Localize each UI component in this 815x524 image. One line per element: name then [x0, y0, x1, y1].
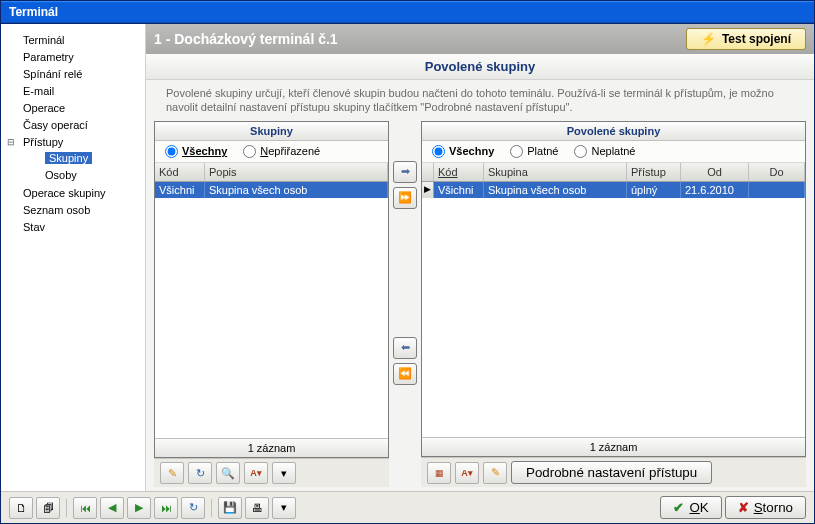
- move-right-button[interactable]: ➡: [393, 161, 417, 183]
- document-icon: 🗋: [16, 502, 27, 514]
- note-button-r[interactable]: ✎: [483, 462, 507, 484]
- note-icon-r: ✎: [491, 466, 500, 479]
- cell-code-r: Všichni: [434, 182, 484, 198]
- nav-operace[interactable]: Operace: [5, 100, 141, 117]
- col-code[interactable]: Kód: [155, 163, 205, 181]
- cancel-button[interactable]: ✘ Storno: [725, 496, 806, 519]
- allowed-groups-panel: Povolené skupiny Všechny Platné: [421, 121, 806, 457]
- radio-all-allowed[interactable]: Všechny: [432, 145, 494, 158]
- groups-panel: Skupiny Všechny Nepřiřazené: [154, 121, 389, 458]
- allowed-row[interactable]: ▶ Všichni Skupina všech osob úplný 21.6.…: [422, 182, 805, 198]
- refresh-icon: ↻: [196, 467, 205, 480]
- move-all-left-button[interactable]: ⏪: [393, 363, 417, 385]
- cell-group: Skupina všech osob: [484, 182, 627, 198]
- test-connection-label: Test spojení: [722, 32, 791, 46]
- x-icon: ✘: [738, 500, 749, 515]
- sort-button[interactable]: A▾: [244, 462, 268, 484]
- double-arrow-right-icon: ⏩: [398, 191, 412, 204]
- col-group[interactable]: Skupina: [484, 163, 627, 181]
- ok-button[interactable]: ✔ OK: [660, 496, 721, 519]
- body: Terminál Parametry Spínání relé E-mail O…: [1, 24, 814, 523]
- content-row: Terminál Parametry Spínání relé E-mail O…: [1, 24, 814, 491]
- radio-unassigned-groups-input[interactable]: [243, 145, 256, 158]
- dropdown-button[interactable]: ▾: [272, 462, 296, 484]
- col-desc[interactable]: Popis: [205, 163, 388, 181]
- groups-filter-row: Všechny Nepřiřazené: [155, 141, 388, 163]
- bb-next-button[interactable]: ▶: [127, 497, 151, 519]
- allowed-filter-row: Všechny Platné Neplatné: [422, 141, 805, 163]
- refresh-icon-bb: ↻: [189, 501, 198, 514]
- cell-from: 21.6.2010: [681, 182, 749, 198]
- nav-casy-operaci[interactable]: Časy operací: [5, 117, 141, 134]
- radio-all-allowed-input[interactable]: [432, 145, 445, 158]
- nav-stav[interactable]: Stav: [5, 219, 141, 236]
- radio-valid[interactable]: Platné: [510, 145, 558, 158]
- panels: Skupiny Všechny Nepřiřazené: [146, 121, 814, 491]
- bb-print-button[interactable]: 🖶: [245, 497, 269, 519]
- radio-invalid[interactable]: Neplatné: [574, 145, 635, 158]
- nav-email[interactable]: E-mail: [5, 83, 141, 100]
- page-title: 1 - Docházkový terminál č.1: [154, 31, 338, 47]
- col-from[interactable]: Od: [681, 163, 749, 181]
- col-code-r[interactable]: Kód: [434, 163, 484, 181]
- radio-invalid-input[interactable]: [574, 145, 587, 158]
- bb-copy-button[interactable]: 🗐: [36, 497, 60, 519]
- row-indicator-icon: ▶: [422, 182, 434, 198]
- allowed-grid-header: Kód Skupina Přístup Od Do: [422, 163, 805, 182]
- nav-osoby[interactable]: Osoby: [31, 167, 141, 184]
- save-icon: 💾: [223, 501, 237, 514]
- bottom-bar: 🗋 🗐 ⏮ ◀ ▶ ⏭ ↻ 💾 🖶 ▾ ✔ OK ✘: [1, 491, 814, 523]
- cell-to: [749, 182, 805, 198]
- bb-new-button[interactable]: 🗋: [9, 497, 33, 519]
- printer-icon: 🖶: [252, 502, 263, 514]
- main-header: 1 - Docházkový terminál č.1 ⚡ Test spoje…: [146, 24, 814, 54]
- bb-prev-button[interactable]: ◀: [100, 497, 124, 519]
- nav-spinani-rele[interactable]: Spínání relé: [5, 66, 141, 83]
- move-left-button[interactable]: ⬅: [393, 337, 417, 359]
- bb-save-button[interactable]: 💾: [218, 497, 242, 519]
- nav-operace-skupiny[interactable]: Operace skupiny: [5, 185, 141, 202]
- nav-seznam-osob[interactable]: Seznam osob: [5, 202, 141, 219]
- detail-access-label: Podrobné nastavení přístupu: [526, 465, 697, 480]
- bb-refresh-button[interactable]: ↻: [181, 497, 205, 519]
- next-icon: ▶: [135, 501, 143, 514]
- move-all-right-button[interactable]: ⏩: [393, 187, 417, 209]
- groups-row[interactable]: Všichni Skupina všech osob: [155, 182, 388, 198]
- nav-parametry[interactable]: Parametry: [5, 49, 141, 66]
- groups-panel-title: Skupiny: [155, 122, 388, 141]
- info-text: Povolené skupiny určují, kteří členové s…: [146, 80, 814, 121]
- chevron-down-icon: ▾: [281, 467, 287, 480]
- refresh-button[interactable]: ↻: [188, 462, 212, 484]
- bottom-bar-right: ✔ OK ✘ Storno: [660, 496, 806, 519]
- grid-view-button[interactable]: ▦: [427, 462, 451, 484]
- radio-all-groups[interactable]: Všechny: [165, 145, 227, 158]
- nav-terminal[interactable]: Terminál: [5, 32, 141, 49]
- arrow-left-icon: ⬅: [401, 341, 410, 354]
- arrow-right-icon: ➡: [401, 165, 410, 178]
- test-connection-button[interactable]: ⚡ Test spojení: [686, 28, 806, 50]
- cell-desc: Skupina všech osob: [205, 182, 388, 198]
- sort-az-icon: A▾: [250, 468, 262, 478]
- transfer-buttons: ➡ ⏩ ⬅ ⏪: [393, 121, 417, 487]
- col-access[interactable]: Přístup: [627, 163, 681, 181]
- groups-grid-header: Kód Popis: [155, 163, 388, 182]
- radio-all-groups-input[interactable]: [165, 145, 178, 158]
- last-icon: ⏭: [161, 502, 172, 514]
- prev-icon: ◀: [108, 501, 116, 514]
- find-button[interactable]: 🔍: [216, 462, 240, 484]
- bb-print-dd-button[interactable]: ▾: [272, 497, 296, 519]
- detail-access-button[interactable]: Podrobné nastavení přístupu: [511, 461, 712, 484]
- cell-code: Všichni: [155, 182, 205, 198]
- sort-button-r[interactable]: A▾: [455, 462, 479, 484]
- allowed-panel-title: Povolené skupiny: [422, 122, 805, 141]
- col-to[interactable]: Do: [749, 163, 805, 181]
- right-toolbar: ▦ A▾ ✎ Podrobné nastavení přístupu: [421, 457, 806, 487]
- note-button[interactable]: ✎: [160, 462, 184, 484]
- radio-unassigned-groups[interactable]: Nepřiřazené: [243, 145, 320, 158]
- copy-icon: 🗐: [43, 502, 54, 514]
- nav-pristupy[interactable]: Přístupy Skupiny Osoby: [5, 134, 141, 185]
- bb-first-button[interactable]: ⏮: [73, 497, 97, 519]
- nav-skupiny[interactable]: Skupiny: [31, 150, 141, 167]
- bb-last-button[interactable]: ⏭: [154, 497, 178, 519]
- radio-valid-input[interactable]: [510, 145, 523, 158]
